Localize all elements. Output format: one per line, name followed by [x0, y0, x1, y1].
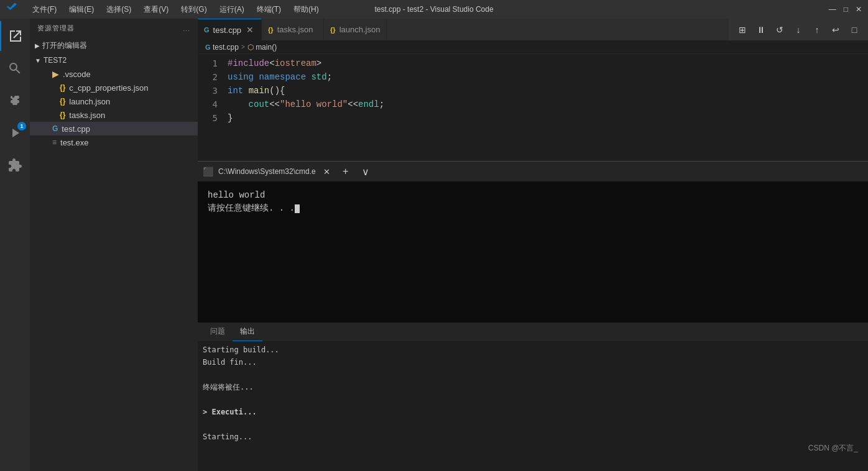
menu-select[interactable]: 选择(S)	[101, 3, 136, 16]
menu-goto[interactable]: 转到(G)	[176, 3, 211, 16]
tab-label: test.cpp	[213, 25, 242, 35]
sidebar-header: 资源管理器 ...	[30, 19, 198, 38]
panel-tab-output[interactable]: 输出	[233, 322, 262, 341]
terminal-titlebar: ⬛ C:\Windows\System32\cmd.e ✕ + ∨	[198, 162, 868, 181]
tab-tasks-json[interactable]: {} tasks.json	[262, 19, 324, 40]
menu-help[interactable]: 帮助(H)	[289, 3, 324, 16]
sidebar-more-icon[interactable]: ...	[183, 25, 190, 32]
code-line-1: #include<iostream>	[223, 57, 868, 70]
step-into-button[interactable]: ↑	[808, 21, 826, 39]
chevron-right-icon: ▶	[35, 42, 40, 49]
open-editors-header[interactable]: ▶ 打开的编辑器	[30, 38, 198, 53]
terminal-cursor	[295, 204, 300, 213]
file-name: test.exe	[60, 138, 89, 147]
file-name: c_cpp_properties.json	[69, 83, 148, 93]
code-line-5: }	[223, 111, 868, 125]
watermark: CSDN @不言_	[808, 443, 858, 454]
panel-line-5	[203, 393, 863, 406]
maximize-button[interactable]: □	[844, 5, 848, 14]
breadcrumb: G test.cpp > ⬡ main()	[198, 40, 868, 54]
json-icon: {}	[60, 97, 65, 106]
menu-file[interactable]: 文件(F)	[27, 3, 62, 16]
code-line-3: int main(){	[223, 84, 868, 98]
activity-extensions[interactable]	[0, 150, 30, 180]
json-icon: {}	[60, 83, 65, 92]
panel-tab-problems[interactable]: 问题	[203, 322, 233, 341]
breadcrumb-file[interactable]: G test.cpp	[205, 43, 239, 52]
terminal-output-line2: 请按任意键继续. . .	[208, 202, 858, 215]
file-name: test.cpp	[62, 124, 90, 134]
open-editors-label: 打开的编辑器	[42, 40, 87, 51]
cpp-icon: G	[52, 124, 58, 133]
file-item-test-exe[interactable]: ≡ test.exe	[30, 135, 198, 149]
restart-button[interactable]: ↺	[771, 21, 788, 39]
menu-edit[interactable]: 编辑(E)	[64, 3, 99, 16]
file-item-test-cpp[interactable]: G test.cpp	[30, 122, 198, 135]
tab-json-icon: {}	[268, 26, 274, 34]
terminal-body[interactable]: hello world 请按任意键继续. . .	[198, 181, 868, 322]
window-controls: — □ ✕	[829, 5, 862, 14]
panel-line-4: 终端将被任...	[203, 381, 863, 393]
file-name: .vscode	[63, 70, 91, 79]
layout-toggle-button[interactable]: ⊞	[734, 21, 751, 39]
step-over-button[interactable]: ↓	[790, 21, 807, 39]
activity-source-control[interactable]	[0, 86, 30, 116]
file-item-tasks-json[interactable]: {} tasks.json	[30, 108, 198, 122]
activity-search[interactable]	[0, 53, 30, 83]
sidebar: 资源管理器 ... ▶ 打开的编辑器 ▼ TEST2 ▶ .vscode	[30, 19, 198, 471]
tab-label: launch.json	[339, 25, 381, 34]
tab-test-cpp[interactable]: G test.cpp ✕	[198, 19, 262, 40]
file-tree: ▶ .vscode {} c_cpp_properties.json {} la…	[30, 67, 198, 149]
breadcrumb-separator: >	[241, 43, 245, 50]
minimize-button[interactable]: —	[829, 5, 836, 14]
pause-button[interactable]: ⏸	[752, 21, 770, 39]
activity-run[interactable]: 1	[0, 118, 30, 148]
panel-line-6: > Executi...	[203, 406, 863, 418]
file-name: launch.json	[69, 97, 110, 106]
file-item-vscode[interactable]: ▶ .vscode	[30, 67, 198, 81]
file-item-launch-json[interactable]: {} launch.json	[30, 94, 198, 108]
tab-cpp-icon: G	[204, 26, 210, 34]
step-out-button[interactable]: ↩	[827, 21, 844, 39]
file-name: tasks.json	[69, 111, 105, 120]
menu-view[interactable]: 查看(V)	[139, 3, 173, 16]
file-item-c-cpp-properties[interactable]: {} c_cpp_properties.json	[30, 81, 198, 94]
panel-line-7	[203, 418, 863, 431]
tab-close-button[interactable]: ✕	[245, 25, 255, 35]
terminal-close-button[interactable]: ✕	[321, 165, 333, 178]
sidebar-title: 资源管理器	[37, 24, 74, 33]
editor-terminal-container: G test.cpp ✕ {} tasks.json {} launch.jso…	[198, 19, 868, 471]
main-container: 1 资源管理器 ... ▶ 打开的编辑器 ▼ TEST2	[0, 19, 868, 471]
tab-launch-json[interactable]: {} launch.json	[324, 19, 387, 40]
panel-content: Starting build... Build fin... 终端将被任... …	[198, 341, 868, 471]
chevron-down-icon: ▼	[35, 57, 41, 64]
toolbar: ⊞ ⏸ ↺ ↓ ↑ ↩ □	[729, 19, 868, 40]
tab-json-icon: {}	[330, 26, 336, 34]
terminal-chevron-button[interactable]: ∨	[358, 164, 373, 179]
activity-explorer[interactable]	[0, 21, 30, 51]
panel-line-3	[203, 368, 863, 381]
titlebar-left: 文件(F) 编辑(E) 选择(S) 查看(V) 转到(G) 运行(A) 终端(T…	[6, 2, 324, 16]
tab-label: tasks.json	[277, 25, 313, 34]
titlebar: 文件(F) 编辑(E) 选择(S) 查看(V) 转到(G) 运行(A) 终端(T…	[0, 0, 868, 19]
folder-icon: ▶	[52, 69, 59, 79]
close-button[interactable]: ✕	[856, 5, 862, 14]
sidebar-header-icons: ...	[183, 25, 190, 32]
terminal-title: C:\Windows\System32\cmd.e	[218, 167, 316, 176]
terminal-panel: ⬛ C:\Windows\System32\cmd.e ✕ + ∨ hello …	[198, 161, 868, 322]
test2-header[interactable]: ▼ TEST2	[30, 53, 198, 67]
menu-run[interactable]: 运行(A)	[215, 3, 249, 16]
terminal-output-line1: hello world	[208, 189, 858, 202]
panel-line-8: Starting...	[203, 431, 863, 443]
vscode-logo-icon	[6, 2, 17, 16]
json-icon: {}	[60, 111, 65, 119]
menu-terminal[interactable]: 终端(T)	[252, 3, 286, 16]
breadcrumb-function[interactable]: ⬡ main()	[247, 43, 277, 52]
terminal-add-button[interactable]: +	[338, 164, 353, 179]
test2-label: TEST2	[44, 56, 67, 65]
tab-bar: G test.cpp ✕ {} tasks.json {} launch.jso…	[198, 19, 729, 40]
exe-icon: ≡	[52, 138, 57, 147]
code-line-2: using namespace std;	[223, 70, 868, 84]
test2-section: ▼ TEST2 ▶ .vscode {} c_cpp_properties.js…	[30, 53, 198, 149]
stop-button[interactable]: □	[846, 21, 863, 39]
